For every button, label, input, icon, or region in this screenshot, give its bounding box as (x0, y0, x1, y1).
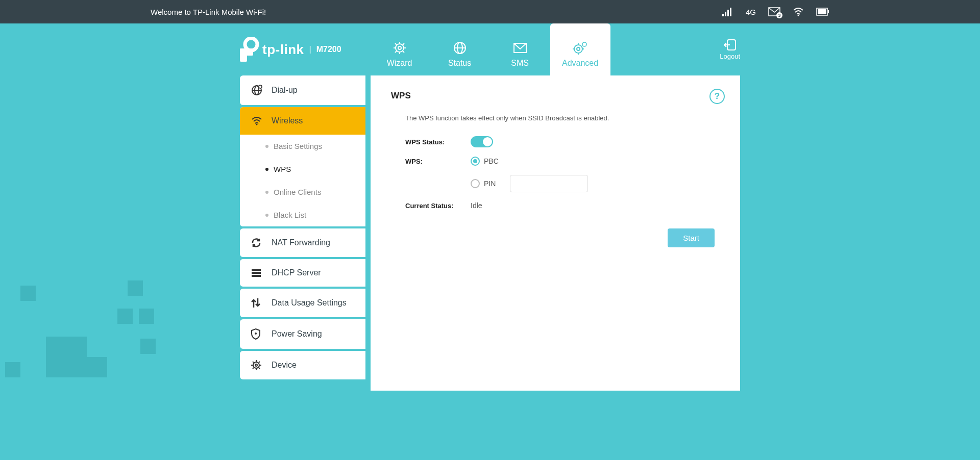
sidebar-sub-label: Black List (274, 211, 306, 219)
svg-point-12 (396, 44, 404, 52)
shield-icon (251, 328, 272, 340)
sidebar-item-device[interactable]: Device (240, 351, 365, 379)
sidebar-item-power[interactable]: Power Saving (240, 319, 365, 349)
svg-point-42 (255, 333, 257, 335)
svg-line-19 (403, 51, 404, 53)
tab-wizard[interactable]: Wizard (370, 23, 430, 75)
svg-rect-2 (727, 10, 729, 16)
wps-status-toggle[interactable] (471, 136, 493, 147)
welcome-text: Welcome to TP-Link Mobile Wi-Fi! (151, 8, 266, 16)
tab-status-page[interactable]: Status (430, 23, 490, 75)
sidebar-item-nat[interactable]: NAT Forwarding (240, 228, 365, 257)
wps-pin-radio[interactable] (471, 179, 480, 188)
svg-point-37 (259, 85, 262, 88)
tab-advanced[interactable]: Advanced (550, 23, 610, 75)
mail-icon (513, 40, 527, 56)
sidebar-label: Wireless (272, 116, 303, 125)
svg-point-5 (798, 15, 799, 16)
wps-method-label: WPS: (405, 158, 471, 165)
sidebar-sub-label: WPS (274, 165, 291, 173)
current-status-label: Current Status: (405, 202, 471, 210)
sidebar-sub-label: Online Clients (274, 188, 321, 196)
gears-icon (573, 40, 588, 56)
sidebar-label: Power Saving (272, 329, 322, 339)
signal-icon (722, 7, 733, 16)
svg-point-26 (574, 45, 582, 53)
server-icon (251, 268, 272, 277)
wps-pbc-radio[interactable] (471, 157, 480, 166)
sidebar-sub-basic[interactable]: Basic Settings (240, 135, 365, 158)
sidebar-label: DHCP Server (272, 268, 321, 277)
battery-icon (816, 8, 829, 16)
tab-label: Wizard (387, 59, 412, 68)
tab-sms[interactable]: SMS (490, 23, 550, 75)
svg-point-38 (256, 124, 258, 125)
sidebar-label: Dial-up (272, 86, 298, 95)
current-status-value: Idle (471, 201, 482, 210)
globe-icon (453, 40, 467, 56)
arrows-up-down-icon (251, 298, 272, 308)
globe-dial-icon (251, 85, 272, 96)
gear-icon (393, 40, 406, 56)
sidebar-item-wireless[interactable]: Wireless (240, 107, 365, 135)
svg-rect-39 (252, 269, 261, 271)
network-type: 4G (746, 8, 756, 16)
page-description: The WPS function takes effect only when … (405, 114, 720, 122)
logout-icon (724, 39, 736, 50)
pbc-label: PBC (484, 157, 499, 165)
wifi-icon (251, 116, 272, 125)
svg-point-13 (398, 46, 401, 49)
svg-point-43 (253, 362, 259, 368)
bullet-icon (265, 145, 268, 148)
svg-point-28 (582, 42, 586, 46)
svg-point-44 (255, 364, 257, 366)
svg-line-50 (259, 368, 260, 369)
brand-logo: tp-link | M7200 (240, 37, 341, 62)
svg-rect-41 (252, 275, 261, 277)
sidebar-sub-label: Basic Settings (274, 142, 322, 150)
page-title: WPS (391, 91, 720, 101)
svg-rect-1 (725, 12, 726, 16)
sidebar-label: Device (272, 361, 297, 370)
svg-rect-40 (252, 272, 261, 274)
sidebar-item-dialup[interactable]: Dial-up (240, 75, 365, 105)
svg-line-52 (259, 362, 260, 363)
svg-line-20 (395, 51, 397, 53)
pin-label: PIN (484, 180, 496, 188)
refresh-icon (251, 238, 272, 248)
start-button[interactable]: Start (668, 228, 715, 247)
sidebar-sub-blacklist[interactable]: Black List (240, 203, 365, 226)
tab-label: SMS (511, 59, 529, 68)
tab-label: Advanced (562, 59, 598, 68)
svg-rect-3 (730, 8, 731, 16)
wifi-status-icon (793, 7, 804, 16)
svg-rect-8 (828, 10, 829, 13)
svg-line-21 (403, 43, 404, 45)
sidebar-item-data-usage[interactable]: Data Usage Settings (240, 289, 365, 317)
help-icon[interactable]: ? (709, 89, 725, 104)
logout-label: Logout (720, 53, 740, 60)
gear-small-icon (251, 360, 272, 370)
logout-button[interactable]: Logout (720, 39, 740, 60)
svg-rect-7 (818, 9, 826, 14)
svg-line-51 (253, 368, 254, 369)
bullet-icon (265, 191, 268, 194)
wps-pin-input[interactable] (510, 175, 588, 192)
sidebar-label: Data Usage Settings (272, 298, 347, 308)
svg-line-18 (395, 43, 397, 45)
sms-status-icon: 3 (768, 7, 780, 16)
sidebar-sub-wps[interactable]: WPS (240, 158, 365, 181)
svg-rect-0 (722, 14, 724, 16)
sidebar-label: NAT Forwarding (272, 238, 330, 247)
bullet-icon (265, 214, 268, 217)
svg-rect-11 (240, 48, 253, 56)
wps-status-label: WPS Status: (405, 138, 471, 146)
sidebar-item-dhcp[interactable]: DHCP Server (240, 259, 365, 287)
svg-point-27 (577, 47, 580, 50)
svg-line-49 (253, 362, 254, 363)
bullet-icon (265, 168, 268, 171)
sidebar-sub-online[interactable]: Online Clients (240, 181, 365, 203)
tab-label: Status (448, 59, 471, 68)
